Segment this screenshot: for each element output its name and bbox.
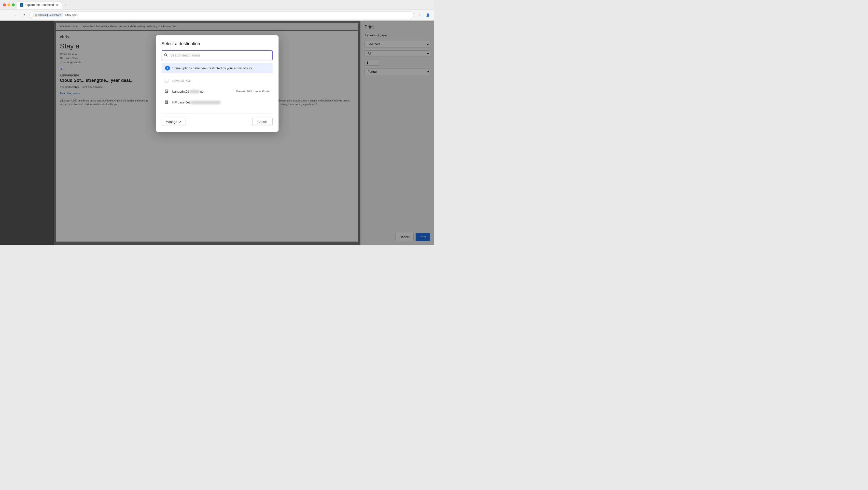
tab-bar: X Explore the Enhanced ✕ +: [17, 1, 431, 9]
search-icon: [164, 53, 167, 58]
printer-icon-banpprint: [163, 88, 169, 94]
forward-button[interactable]: ›: [12, 12, 19, 19]
svg-point-9: [167, 91, 168, 92]
destination-item-banpprint[interactable]: banpprint01net Generic PCL Laser Printer: [162, 86, 273, 97]
lock-icon: 🔒: [34, 14, 37, 17]
main-content: 04/06/2024, 15:20 Explore the Enhanced C…: [0, 21, 434, 245]
navigation-bar: ‹ › ↺ 🔒 Internal | Restrictions citrix.c…: [0, 10, 434, 21]
dialog-title: Select a destination: [162, 41, 273, 47]
active-tab[interactable]: X Explore the Enhanced ✕: [17, 1, 62, 9]
cancel-dialog-button[interactable]: Cancel: [252, 118, 272, 126]
svg-rect-2: [165, 79, 168, 82]
tab-favicon: X: [20, 3, 23, 7]
profile-button[interactable]: 👤: [424, 12, 431, 19]
url-text: citrix.com: [65, 13, 78, 17]
search-container: [162, 50, 273, 60]
save-pdf-label: Save as PDF: [173, 79, 271, 83]
search-destinations-input[interactable]: [162, 50, 273, 60]
back-button[interactable]: ‹: [3, 12, 10, 19]
security-label: Internal | Restrictions: [38, 14, 61, 17]
destination-item-save-pdf[interactable]: Save as PDF: [162, 75, 273, 86]
save-pdf-icon: [163, 78, 169, 84]
close-button[interactable]: [3, 3, 6, 6]
svg-point-13: [167, 102, 168, 103]
info-icon: i: [165, 66, 170, 70]
external-link-icon: ↗: [179, 120, 181, 124]
svg-rect-7: [165, 90, 167, 91]
destination-list: Save as PDF banpprint01net: [162, 75, 273, 108]
modal-overlay: Select a destination i Some options have…: [0, 21, 434, 245]
hp-name: HP LaserJet: [173, 100, 271, 104]
bookmark-icon: ☆: [418, 13, 421, 17]
manage-button[interactable]: Manage ↗: [162, 118, 186, 126]
browser-chrome: X Explore the Enhanced ✕ +: [0, 0, 434, 10]
info-message: Some options have been restricted by you…: [173, 66, 252, 70]
new-tab-button[interactable]: +: [63, 2, 69, 8]
svg-rect-11: [165, 100, 167, 102]
back-icon: ‹: [6, 13, 7, 17]
nav-right: ☆ 👤: [416, 12, 431, 19]
printer-icon-hp: [163, 99, 169, 105]
info-banner: i Some options have been restricted by y…: [162, 63, 273, 73]
dialog-footer: Manage ↗ Cancel: [162, 114, 273, 126]
fullscreen-button[interactable]: [12, 3, 15, 6]
forward-icon: ›: [15, 13, 16, 17]
address-bar[interactable]: 🔒 Internal | Restrictions citrix.com: [29, 11, 414, 19]
manage-label: Manage: [166, 120, 177, 124]
destination-item-hp[interactable]: HP LaserJet: [162, 97, 273, 108]
traffic-lights: [3, 3, 15, 6]
security-badge: 🔒 Internal | Restrictions: [33, 13, 63, 17]
minimize-button[interactable]: [7, 3, 10, 6]
tab-close-button[interactable]: ✕: [55, 3, 59, 7]
refresh-button[interactable]: ↺: [21, 12, 28, 19]
svg-line-1: [166, 56, 167, 57]
banpprint-name: banpprint01net: [173, 90, 233, 93]
profile-icon: 👤: [426, 13, 430, 17]
banpprint-detail: Generic PCL Laser Printer: [236, 90, 271, 93]
tab-title: Explore the Enhanced: [25, 3, 54, 7]
destination-dialog: Select a destination i Some options have…: [156, 35, 279, 132]
bookmark-button[interactable]: ☆: [416, 12, 423, 19]
refresh-icon: ↺: [23, 13, 26, 17]
